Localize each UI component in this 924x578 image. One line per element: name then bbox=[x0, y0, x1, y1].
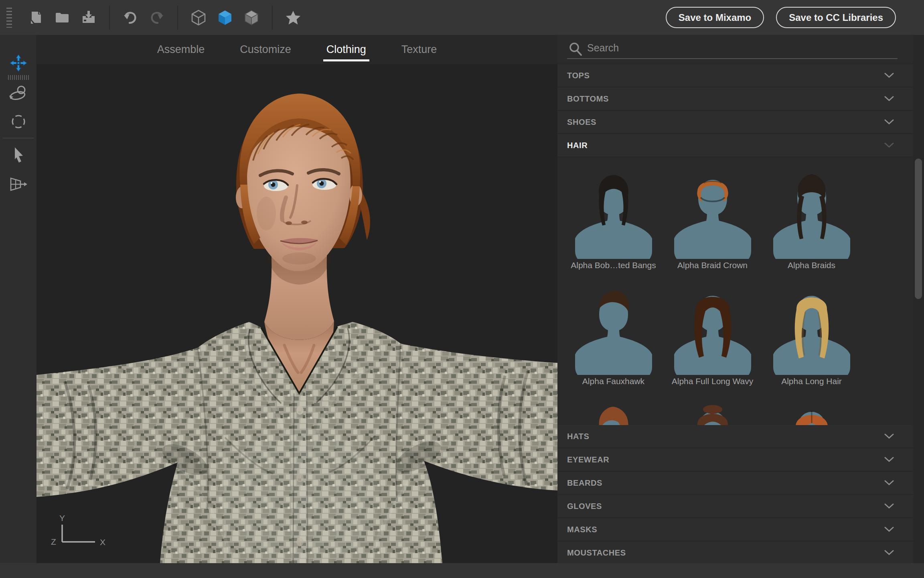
character-3d-view[interactable]: Y X Z bbox=[36, 64, 557, 563]
view-flat-button[interactable] bbox=[239, 6, 263, 30]
category-label: BOTTOMS bbox=[567, 94, 609, 104]
tab-clothing[interactable]: Clothing bbox=[324, 35, 369, 64]
cube-shaded-active-icon bbox=[217, 9, 233, 26]
chevron-down-icon bbox=[884, 503, 894, 509]
chevron-down-icon bbox=[884, 142, 894, 148]
category-eyewear[interactable]: EYEWEAR bbox=[557, 448, 913, 471]
open-file-button[interactable] bbox=[50, 6, 74, 30]
save-button[interactable] bbox=[77, 6, 101, 30]
chevron-down-icon bbox=[884, 527, 894, 532]
category-label: HATS bbox=[567, 432, 589, 441]
axis-x-label: X bbox=[100, 537, 105, 547]
left-tool-sidebar bbox=[0, 35, 36, 563]
category-gloves[interactable]: GLOVES bbox=[557, 495, 913, 517]
clothing-catalog-panel: TOPS BOTTOMS SHOES HAIR bbox=[557, 35, 924, 563]
hair-item-label: Alpha Bob…ted Bangs bbox=[571, 261, 656, 270]
category-label: TOPS bbox=[567, 71, 590, 80]
character-render: Y X Z bbox=[36, 64, 557, 563]
category-label: BEARDS bbox=[567, 478, 602, 488]
undo-icon bbox=[122, 10, 138, 26]
favorites-button[interactable] bbox=[281, 6, 305, 30]
category-label: EYEWEAR bbox=[567, 455, 609, 464]
search-icon bbox=[568, 41, 584, 57]
hair-item-fauxhawk[interactable]: Alpha Fauxhawk bbox=[564, 273, 663, 389]
chevron-down-icon bbox=[884, 457, 894, 462]
search-input[interactable] bbox=[587, 39, 868, 57]
open-folder-icon bbox=[54, 10, 70, 25]
search-bar bbox=[557, 35, 924, 63]
axis-z-label: Z bbox=[51, 537, 56, 546]
hair-thumbnail bbox=[673, 289, 753, 375]
category-label: MASKS bbox=[567, 525, 597, 534]
view-wireframe-button[interactable] bbox=[186, 6, 211, 30]
toolbar-save-buttons: Save to Mixamo Save to CC Libraries bbox=[666, 7, 896, 28]
toolbar-grip-handle[interactable] bbox=[6, 8, 12, 28]
hair-thumbnail bbox=[573, 405, 654, 425]
category-list: TOPS BOTTOMS SHOES HAIR bbox=[557, 64, 913, 563]
cube-flat-icon bbox=[243, 9, 260, 26]
panel-scrollbar-thumb[interactable] bbox=[915, 159, 922, 299]
hair-thumbnail bbox=[772, 405, 852, 425]
chevron-down-icon bbox=[884, 73, 894, 78]
category-label: SHOES bbox=[567, 118, 596, 127]
hair-item-braids[interactable]: Alpha Braids bbox=[762, 157, 861, 273]
tab-texture[interactable]: Texture bbox=[399, 35, 440, 64]
sidebar-grip-handle[interactable] bbox=[8, 75, 29, 80]
redo-button[interactable] bbox=[145, 6, 169, 30]
category-moustaches[interactable]: MOUSTACHES bbox=[557, 541, 913, 563]
hair-item-partial-1[interactable] bbox=[564, 389, 663, 425]
category-beards[interactable]: BEARDS bbox=[557, 472, 913, 494]
axis-y-label: Y bbox=[59, 513, 65, 523]
toolbar-separator bbox=[177, 6, 178, 30]
save-to-cc-libraries-button[interactable]: Save to CC Libraries bbox=[776, 7, 896, 28]
category-hair[interactable]: HAIR bbox=[557, 134, 913, 157]
hair-item-braid-crown[interactable]: Alpha Braid Crown bbox=[663, 157, 762, 273]
category-masks[interactable]: MASKS bbox=[557, 518, 913, 541]
chevron-down-icon bbox=[884, 480, 894, 486]
hair-item-full-long-wavy[interactable]: Alpha Full Long Wavy bbox=[663, 273, 762, 389]
chevron-down-icon bbox=[884, 550, 894, 556]
chevron-down-icon bbox=[884, 119, 894, 125]
adobe-fuse-app: Save to Mixamo Save to CC Libraries bbox=[0, 0, 924, 578]
hair-item-label: Alpha Braids bbox=[788, 261, 835, 270]
hair-item-label: Alpha Braid Crown bbox=[677, 261, 748, 270]
cursor-arrow-icon bbox=[10, 147, 26, 164]
orbit-tool-button[interactable] bbox=[7, 82, 30, 104]
hair-item-label: Alpha Fauxhawk bbox=[582, 377, 644, 386]
hair-items-grid: Alpha Bob…ted Bangs Alpha Braid Crown bbox=[557, 157, 913, 425]
chevron-down-icon bbox=[884, 434, 894, 439]
bottom-status-bar bbox=[0, 563, 924, 578]
category-hats[interactable]: HATS bbox=[557, 425, 913, 448]
send-frustum-tool-button[interactable] bbox=[7, 173, 30, 195]
panel-scrollbar-track[interactable] bbox=[913, 35, 924, 563]
hair-item-long-hair[interactable]: Alpha Long Hair bbox=[762, 273, 861, 389]
hair-thumbnail bbox=[673, 405, 753, 425]
toolbar-separator bbox=[272, 6, 273, 30]
hair-thumbnail bbox=[772, 289, 852, 375]
hair-item-label: Alpha Long Hair bbox=[781, 377, 842, 386]
category-bottoms[interactable]: BOTTOMS bbox=[557, 88, 913, 110]
category-shoes[interactable]: SHOES bbox=[557, 111, 913, 133]
category-label: GLOVES bbox=[567, 502, 602, 511]
redo-icon bbox=[149, 10, 165, 26]
hair-item-partial-3[interactable] bbox=[762, 389, 861, 425]
move-tool-button[interactable] bbox=[7, 52, 30, 74]
tab-customize[interactable]: Customize bbox=[237, 35, 294, 64]
top-toolbar: Save to Mixamo Save to CC Libraries bbox=[0, 0, 924, 35]
save-to-mixamo-button[interactable]: Save to Mixamo bbox=[666, 7, 764, 28]
undo-button[interactable] bbox=[118, 6, 142, 30]
view-shaded-button[interactable] bbox=[213, 6, 237, 30]
dolly-target-tool-button[interactable] bbox=[7, 110, 30, 133]
frustum-export-icon bbox=[9, 176, 28, 193]
tab-assemble[interactable]: Assemble bbox=[155, 35, 207, 64]
hair-thumbnail bbox=[573, 289, 654, 375]
star-icon bbox=[285, 10, 301, 26]
toolbar-separator bbox=[109, 6, 110, 30]
hair-item-partial-2[interactable] bbox=[663, 389, 762, 425]
category-label: HAIR bbox=[567, 141, 588, 150]
select-tool-button[interactable] bbox=[7, 144, 30, 167]
hair-item-bob-parted-bangs[interactable]: Alpha Bob…ted Bangs bbox=[564, 157, 663, 273]
sidebar-divider bbox=[3, 138, 33, 138]
new-document-button[interactable] bbox=[24, 6, 48, 30]
category-tops[interactable]: TOPS bbox=[557, 64, 913, 87]
